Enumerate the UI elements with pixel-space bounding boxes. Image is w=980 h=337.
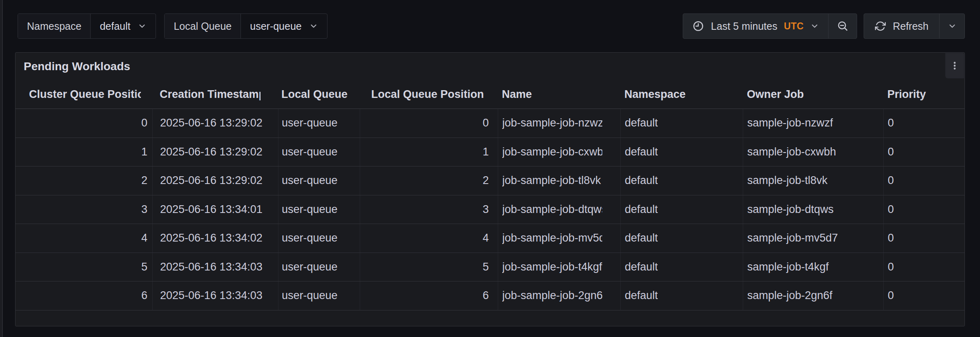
table-cell: job-sample-job-tl8vk: [498, 166, 620, 195]
kebab-menu-icon: [949, 60, 960, 71]
column-header[interactable]: Local Queue: [278, 80, 360, 109]
zoom-out-button[interactable]: [828, 14, 857, 38]
table-body: 02025-06-16 13:29:02user-queue0job-sampl…: [16, 109, 964, 310]
refresh-icon: [875, 20, 886, 32]
table-cell: 0: [883, 195, 964, 224]
table-row: 02025-06-16 13:29:02user-queue0job-sampl…: [16, 109, 964, 138]
table-cell: sample-job-mv5d7: [743, 224, 883, 253]
panel-header: Pending Workloads: [16, 53, 964, 80]
namespace-variable-label: Namespace: [18, 14, 91, 38]
table-cell: sample-job-tl8vk: [743, 166, 883, 195]
table-cell: sample-job-nzwzf: [743, 109, 883, 137]
panel-title: Pending Workloads: [24, 60, 130, 73]
pending-workloads-panel: Pending Workloads Cluster Queue Position…: [15, 52, 965, 326]
chevron-down-icon: [948, 22, 957, 31]
table-cell: 2025-06-16 13:29:02: [152, 109, 278, 137]
chevron-down-icon: [138, 22, 147, 31]
table-cell: 6: [360, 282, 498, 310]
table-cell: 3: [360, 195, 498, 224]
table-cell: sample-job-t4kgf: [743, 253, 883, 282]
table-cell: 0: [360, 109, 498, 137]
table-cell: 1: [16, 138, 152, 166]
table-cell: 0: [883, 282, 964, 310]
table-cell: 0: [16, 109, 152, 137]
column-header[interactable]: Creation Timestamp: [152, 80, 278, 109]
table-cell: job-sample-job-dtqws: [498, 195, 620, 224]
table-cell: 5: [360, 253, 498, 282]
refresh-button[interactable]: Refresh: [864, 14, 939, 38]
table-cell: default: [620, 195, 743, 224]
time-picker-group: Last 5 minutes UTC: [683, 13, 857, 39]
chevron-down-icon: [810, 22, 819, 31]
table-cell: job-sample-job-mv5d7: [498, 224, 620, 253]
table-cell: 0: [883, 253, 964, 282]
table-cell: user-queue: [278, 138, 360, 166]
column-header[interactable]: Priority: [883, 80, 964, 109]
table-cell: sample-job-2gn6f: [743, 282, 883, 310]
refresh-interval-dropdown[interactable]: [939, 14, 964, 38]
refresh-group: Refresh: [864, 13, 965, 39]
table-cell: 0: [883, 166, 964, 195]
namespace-variable: Namespace default: [18, 13, 156, 39]
table-cell: 0: [883, 224, 964, 253]
table-cell: user-queue: [278, 224, 360, 253]
table-cell: user-queue: [278, 282, 360, 310]
sidebar-edge: [0, 0, 3, 337]
chevron-down-icon: [309, 22, 318, 31]
table-row: 22025-06-16 13:29:02user-queue2job-sampl…: [16, 166, 964, 195]
table-cell: 1: [360, 138, 498, 166]
namespace-variable-value: default: [100, 20, 130, 32]
table-cell: 5: [16, 253, 152, 282]
table-cell: 6: [16, 282, 152, 310]
table-cell: job-sample-job-2gn6f: [498, 282, 620, 310]
column-header[interactable]: Namespace: [620, 80, 743, 109]
table-cell: 4: [16, 224, 152, 253]
table-row: 32025-06-16 13:34:01user-queue3job-sampl…: [16, 195, 964, 224]
variables-toolbar: Namespace default Local Queue user-queue: [18, 13, 327, 39]
table-cell: job-sample-job-cxwbh: [498, 138, 620, 166]
local-queue-variable-picker[interactable]: user-queue: [241, 14, 327, 38]
table-cell: default: [620, 253, 743, 282]
table-cell: default: [620, 224, 743, 253]
table-cell: 4: [360, 224, 498, 253]
zoom-out-icon: [837, 20, 849, 32]
table-cell: 2: [360, 166, 498, 195]
time-controls: Last 5 minutes UTC Refresh: [683, 13, 965, 39]
column-header[interactable]: Cluster Queue Position: [16, 80, 152, 109]
namespace-variable-picker[interactable]: default: [91, 14, 156, 38]
table-cell: 2025-06-16 13:34:02: [152, 224, 278, 253]
table-row: 52025-06-16 13:34:03user-queue5job-sampl…: [16, 253, 964, 282]
table-cell: user-queue: [278, 253, 360, 282]
local-queue-variable: Local Queue user-queue: [164, 13, 327, 39]
table-cell: default: [620, 166, 743, 195]
table-cell: sample-job-dtqws: [743, 195, 883, 224]
table-cell: default: [620, 138, 743, 166]
table-cell: 3: [16, 195, 152, 224]
panel-menu-button[interactable]: [945, 53, 964, 78]
table-row: 62025-06-16 13:34:03user-queue6job-sampl…: [16, 282, 964, 310]
table-cell: default: [620, 282, 743, 310]
timezone-badge: UTC: [784, 21, 804, 32]
local-queue-variable-value: user-queue: [250, 20, 301, 32]
clock-icon: [692, 20, 704, 32]
column-header[interactable]: Owner Job: [743, 80, 883, 109]
table-cell: 2025-06-16 13:29:02: [152, 138, 278, 166]
time-range-label: Last 5 minutes: [711, 20, 777, 32]
column-header[interactable]: Local Queue Position: [360, 80, 498, 109]
column-header[interactable]: Name: [498, 80, 620, 109]
table-row: 12025-06-16 13:29:02user-queue1job-sampl…: [16, 138, 964, 167]
table-cell: 0: [883, 109, 964, 137]
table-cell: default: [620, 109, 743, 137]
table-row: 42025-06-16 13:34:02user-queue4job-sampl…: [16, 224, 964, 253]
table-cell: user-queue: [278, 195, 360, 224]
table-cell: user-queue: [278, 166, 360, 195]
table-cell: job-sample-job-nzwzf: [498, 109, 620, 137]
table-cell: 2025-06-16 13:34:03: [152, 282, 278, 310]
table-cell: 2025-06-16 13:29:02: [152, 166, 278, 195]
table-cell: sample-job-cxwbh: [743, 138, 883, 166]
time-range-picker[interactable]: Last 5 minutes UTC: [683, 14, 828, 38]
local-queue-variable-label: Local Queue: [165, 14, 241, 38]
table-cell: 2025-06-16 13:34:03: [152, 253, 278, 282]
table-cell: 2: [16, 166, 152, 195]
table-cell: job-sample-job-t4kgf: [498, 253, 620, 282]
